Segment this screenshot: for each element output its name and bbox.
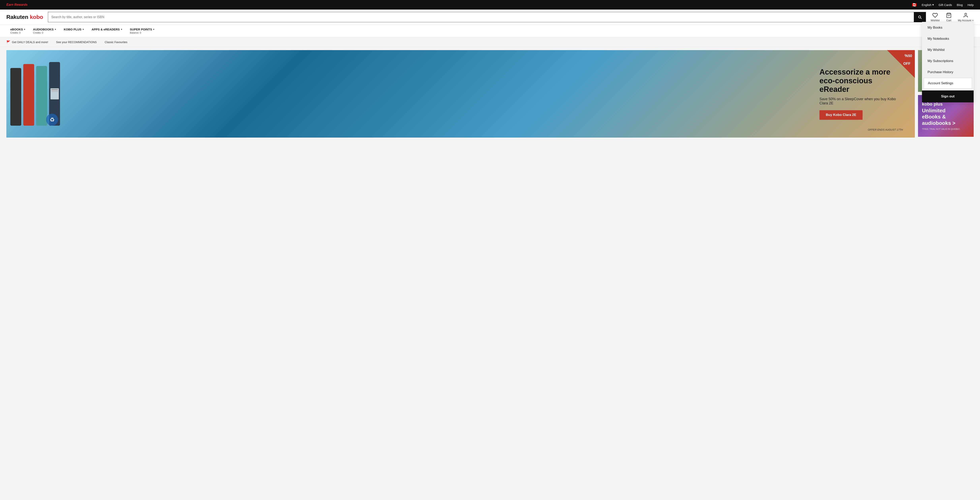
nav-ebooks[interactable]: eBOOKS ▾ Credits: 0 — [6, 25, 29, 37]
subnav-recommendations-label: See your RECOMMENDATIONS — [56, 41, 97, 44]
nav-audiobooks-sub: Credits: 0 — [33, 32, 43, 34]
nav-ebooks-chevron: ▾ — [24, 28, 25, 30]
nav-audiobooks-chevron: ▾ — [55, 28, 56, 30]
nav-audiobooks-label: AUDIOBOOKS — [33, 28, 53, 31]
logo-rakuten: Rakuten — [6, 14, 30, 20]
gift-cards-link[interactable]: Gift Cards — [939, 3, 952, 6]
subnav-daily-deals-label: Get DAILY DEALS and more! — [12, 41, 48, 44]
nav-apps-ereaders-label: APPS & eREADERS — [92, 28, 120, 31]
kobo-plus-disclaimer: *FREE TRIAL NOT VALID IN QUEBEC. — [922, 128, 961, 130]
subnav-daily-deals[interactable]: 🚩 Get DAILY DEALS and more! — [6, 40, 48, 44]
flag-icon: 🚩 — [6, 40, 10, 44]
kobo-plus-content: kobo plus Unlimited eBooks & audiobooks … — [918, 98, 964, 134]
search-button[interactable] — [914, 12, 926, 22]
nav-super-points[interactable]: SUPER POINTS ▾ Balance: 0 — [126, 25, 158, 37]
nav-super-points-label: SUPER POINTS — [130, 28, 152, 31]
hero-badge-off: OFF — [903, 62, 910, 66]
subnav-classic-favourites[interactable]: Classic Favourites — [105, 41, 127, 44]
hero-content: Accessorize a more eco-conscious eReader… — [819, 68, 903, 120]
subnav-classic-favourites-label: Classic Favourites — [105, 41, 127, 44]
nav-audiobooks[interactable]: AUDIOBOOKS ▾ Credits: 0 — [29, 25, 60, 37]
hero-body: Save 50% on a SleepCover when you buy Ko… — [819, 97, 903, 105]
dropdown-my-notebooks[interactable]: My Notebooks — [922, 33, 974, 45]
nav-ebooks-label: eBOOKS — [10, 28, 23, 31]
dropdown-my-books[interactable]: My Books — [922, 22, 974, 33]
hero-banner: %50 OFF ♻ Accesso — [6, 50, 915, 138]
hero-badge-percent: %50 — [905, 54, 912, 61]
header: Rakuten kobo Wishlist Cart My Account ∧ … — [0, 10, 980, 25]
wishlist-label: Wishlist — [931, 19, 940, 22]
top-bar-right: 🇨🇦 English ▾ Gift Cards Blog Help — [912, 2, 974, 7]
language-chevron-icon: ▾ — [932, 3, 934, 6]
dropdown-my-subscriptions[interactable]: My Subscriptions — [922, 56, 974, 67]
account-icon — [963, 13, 969, 18]
account-dropdown: My Books My Notebooks My Wishlist My Sub… — [922, 22, 974, 102]
my-account-action[interactable]: My Account ∧ My Books My Notebooks My Wi… — [958, 13, 974, 22]
hero-offer-ends: OFFER ENDS AUGUST 17TH — [868, 128, 903, 131]
logo-kobo: kobo — [30, 14, 43, 20]
search-input[interactable] — [48, 12, 914, 22]
nav-ebooks-sub: Credits: 0 — [10, 32, 21, 34]
nav-apps-ereaders[interactable]: APPS & eREADERS ▾ — [88, 25, 126, 37]
svg-point-1 — [965, 13, 967, 15]
nav-kobo-plus-chevron: ▾ — [83, 28, 84, 30]
nav-super-points-chevron: ▾ — [153, 28, 154, 30]
my-account-label: My Account — [958, 19, 971, 22]
cart-action[interactable]: Cart — [946, 13, 951, 22]
subnav-recommendations[interactable]: See your RECOMMENDATIONS — [56, 41, 97, 44]
dropdown-sign-out[interactable]: Sign out — [922, 91, 974, 102]
nav-kobo-plus-label: KOBO PLUS — [64, 28, 81, 31]
canada-flag-icon: 🇨🇦 — [912, 2, 917, 7]
nav-kobo-plus[interactable]: KOBO PLUS ▾ — [60, 25, 88, 37]
earn-rewards-link[interactable]: Earn Rewards — [6, 3, 28, 6]
dropdown-purchase-history[interactable]: Purchase History — [922, 67, 974, 78]
help-link[interactable]: Help — [967, 3, 974, 6]
language-label: English — [921, 3, 931, 6]
my-account-chevron: ∧ — [972, 19, 974, 22]
hero-heading: Accessorize a more eco-conscious eReader — [819, 68, 903, 94]
nav-apps-ereaders-chevron: ▾ — [121, 28, 122, 30]
heart-icon — [932, 13, 938, 18]
language-selector[interactable]: English ▾ — [921, 3, 934, 6]
top-bar: Earn Rewards 🇨🇦 English ▾ Gift Cards Blo… — [0, 0, 980, 10]
header-actions: Wishlist Cart My Account ∧ My Books My N… — [931, 13, 974, 22]
main-content: %50 OFF ♻ Accesso — [0, 47, 980, 141]
wishlist-action[interactable]: Wishlist — [931, 13, 940, 22]
cart-icon — [946, 13, 951, 18]
dropdown-account-settings[interactable]: Account Settings — [924, 78, 972, 89]
search-icon — [918, 15, 922, 19]
hero-badge-sup: % — [905, 54, 908, 58]
recycle-icon: ♻ — [46, 114, 58, 126]
nav-bar: eBOOKS ▾ Credits: 0 AUDIOBOOKS ▾ Credits… — [0, 25, 980, 37]
sub-nav-bar: 🚩 Get DAILY DEALS and more! See your REC… — [0, 37, 980, 47]
cart-label: Cart — [947, 19, 951, 22]
logo[interactable]: Rakuten kobo — [6, 14, 43, 20]
hero-cta-button[interactable]: Buy Kobo Clara 2E — [819, 110, 862, 120]
kobo-plus-brand: kobo plus — [922, 102, 961, 107]
blog-link[interactable]: Blog — [957, 3, 963, 6]
dropdown-my-wishlist[interactable]: My Wishlist — [922, 45, 974, 56]
kobo-plus-tagline: Unlimited eBooks & audiobooks > — [922, 108, 961, 126]
nav-super-points-sub: Balance: 0 — [130, 32, 141, 34]
search-bar — [48, 12, 926, 22]
